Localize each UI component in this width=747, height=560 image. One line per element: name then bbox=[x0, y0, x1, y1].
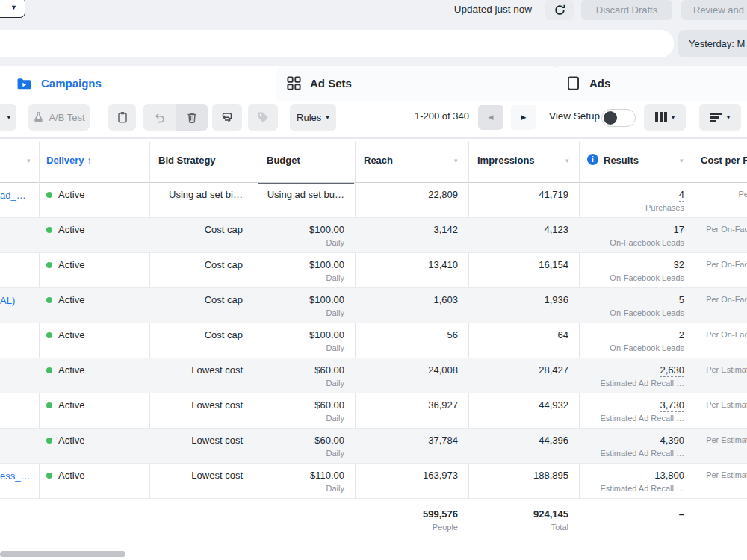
impressions-column-caret-icon[interactable]: ▾ bbox=[565, 157, 569, 164]
name-column-caret-icon[interactable]: ▾ bbox=[27, 157, 31, 164]
view-setup-toggle[interactable] bbox=[601, 109, 636, 127]
active-status-dot bbox=[46, 262, 52, 268]
table-row[interactable]: Active Cost cap $100.00Daily 56 64 2On-F… bbox=[0, 323, 747, 358]
total-reach-label: People bbox=[355, 521, 458, 533]
bid-strategy: Cost cap bbox=[149, 258, 243, 272]
col-budget-header[interactable]: Budget bbox=[267, 155, 300, 166]
edit-button[interactable] bbox=[212, 104, 242, 131]
col-results-header[interactable]: Results bbox=[604, 155, 639, 166]
info-icon[interactable]: i bbox=[587, 154, 598, 165]
budget: $60.00 bbox=[258, 364, 344, 377]
cost-per-result-type: Per Estimat bbox=[695, 469, 747, 481]
col-cost-per-result-header[interactable]: Cost per R bbox=[701, 155, 747, 166]
rules-button[interactable]: Rules ▾ bbox=[290, 104, 336, 131]
table-row[interactable]: Active Cost cap $100.00Daily 3,142 4,123… bbox=[0, 218, 747, 253]
next-page-button[interactable]: ▶ bbox=[511, 105, 536, 130]
reach-column-caret-icon[interactable]: ▾ bbox=[454, 157, 458, 164]
columns-icon bbox=[655, 112, 667, 122]
impressions: 4,123 bbox=[468, 223, 568, 237]
duplicate-button[interactable] bbox=[108, 104, 136, 131]
reach: 36,927 bbox=[355, 399, 458, 412]
results[interactable]: 13,800 bbox=[654, 470, 684, 482]
reach: 24,008 bbox=[355, 364, 458, 377]
toggle-knob bbox=[604, 111, 617, 125]
budget: $100.00 bbox=[258, 258, 344, 272]
budget: $110.00 bbox=[258, 469, 344, 482]
tab-campaigns[interactable]: Campaigns bbox=[0, 66, 297, 101]
results-type: Estimated Ad Recall … bbox=[579, 412, 684, 424]
results[interactable]: 3,730 bbox=[660, 399, 684, 412]
delivery-status: Active bbox=[58, 329, 84, 340]
delete-button[interactable] bbox=[176, 104, 208, 131]
refresh-button[interactable] bbox=[545, 0, 574, 20]
table-row[interactable]: Active Cost cap $100.00Daily 13,410 16,1… bbox=[0, 253, 747, 288]
results-type: On-Facebook Leads bbox=[579, 237, 684, 249]
table-row[interactable]: AL) Active Cost cap $100.00Daily 1,603 1… bbox=[0, 288, 747, 323]
campaign-name[interactable]: ad_… bbox=[0, 190, 26, 201]
delivery-status: Active bbox=[58, 294, 84, 305]
columns-button[interactable]: ▾ bbox=[644, 104, 686, 131]
discard-drafts-label: Discard Drafts bbox=[596, 4, 657, 16]
breakdown-button[interactable]: ▾ bbox=[699, 104, 741, 131]
budget: $60.00 bbox=[258, 434, 344, 447]
table-row[interactable]: ad_… Active Using ad set bi… Using ad se… bbox=[0, 183, 747, 218]
col-impressions-header[interactable]: Impressions bbox=[477, 155, 535, 166]
bid-strategy: Lowest cost bbox=[149, 434, 243, 447]
prev-page-button[interactable]: ◀ bbox=[478, 105, 503, 130]
results: 2 bbox=[679, 329, 684, 340]
date-preset-label: Yesterday: M bbox=[689, 38, 745, 49]
active-status-dot bbox=[46, 367, 52, 373]
next-arrow-icon: ▶ bbox=[521, 113, 527, 121]
budget-period: Daily bbox=[258, 412, 344, 424]
col-reach-header[interactable]: Reach bbox=[364, 155, 393, 166]
results[interactable]: 2,630 bbox=[660, 364, 684, 377]
date-preset-button[interactable]: Yesterday: M bbox=[678, 30, 747, 57]
table-row[interactable]: Active Lowest cost $60.00Daily 37,784 44… bbox=[0, 429, 747, 464]
impressions: 28,427 bbox=[468, 364, 568, 377]
chevron-down-icon: ▼ bbox=[10, 4, 17, 11]
chevron-down-icon: ▾ bbox=[672, 113, 675, 121]
impressions: 44,932 bbox=[468, 399, 568, 412]
table-row[interactable]: Active Lowest cost $60.00Daily 24,008 28… bbox=[0, 358, 747, 393]
col-delivery-header[interactable]: Delivery ↑ bbox=[46, 155, 92, 166]
results-type: Estimated Ad Recall … bbox=[579, 447, 684, 459]
campaign-name[interactable]: AL) bbox=[0, 295, 15, 306]
impressions: 1,936 bbox=[468, 293, 568, 307]
totals-row: 599,576People 924,145Total – bbox=[0, 499, 747, 550]
horizontal-scrollbar[interactable] bbox=[0, 551, 125, 557]
bid-strategy: Lowest cost bbox=[149, 399, 243, 412]
search-input[interactable] bbox=[0, 30, 674, 57]
ads-page-icon bbox=[566, 76, 580, 90]
tab-adsets-label: Ad Sets bbox=[310, 77, 352, 90]
results[interactable]: 4 bbox=[679, 189, 684, 202]
undo-button[interactable] bbox=[143, 104, 176, 131]
tab-adsets[interactable]: Ad Sets bbox=[276, 66, 557, 101]
cost-per-result-type: Per Estimat bbox=[695, 364, 747, 376]
campaign-name[interactable]: ess_… bbox=[0, 470, 30, 482]
budget: Using ad set bu… bbox=[258, 188, 344, 202]
more-actions-button[interactable]: ▾ bbox=[0, 104, 16, 131]
updated-status: Updated just now bbox=[454, 4, 532, 15]
cost-per-result-type: Per Estimat bbox=[695, 434, 747, 446]
table-row[interactable]: Active Lowest cost $60.00Daily 36,927 44… bbox=[0, 393, 747, 429]
tag-button[interactable] bbox=[248, 104, 278, 131]
tab-ads[interactable]: Ads bbox=[553, 66, 747, 101]
impressions: 41,719 bbox=[468, 188, 568, 202]
col-bid-strategy-header[interactable]: Bid Strategy bbox=[158, 155, 216, 166]
delivery-status: Active bbox=[58, 470, 84, 481]
budget-period: Daily bbox=[258, 307, 344, 319]
results[interactable]: 4,390 bbox=[660, 435, 684, 447]
campaigns-folder-icon bbox=[16, 77, 32, 90]
results-type: On-Facebook Leads bbox=[579, 342, 684, 354]
active-status-dot bbox=[46, 402, 52, 408]
table-row[interactable]: ess_… Active Lowest cost $110.00Daily 16… bbox=[0, 464, 747, 499]
results-column-caret-icon[interactable]: ▾ bbox=[680, 157, 684, 164]
results: 5 bbox=[679, 294, 684, 305]
delivery-status: Active bbox=[58, 364, 84, 376]
nav-dropdown-button[interactable]: ▼ bbox=[0, 0, 25, 18]
review-and-publish-button[interactable]: Review and bbox=[681, 0, 747, 20]
impressions: 44,396 bbox=[468, 434, 568, 447]
cost-per-result-type: Pe bbox=[695, 188, 747, 200]
discard-drafts-button[interactable]: Discard Drafts bbox=[581, 0, 672, 20]
ab-test-button[interactable]: A/B Test bbox=[28, 104, 90, 131]
